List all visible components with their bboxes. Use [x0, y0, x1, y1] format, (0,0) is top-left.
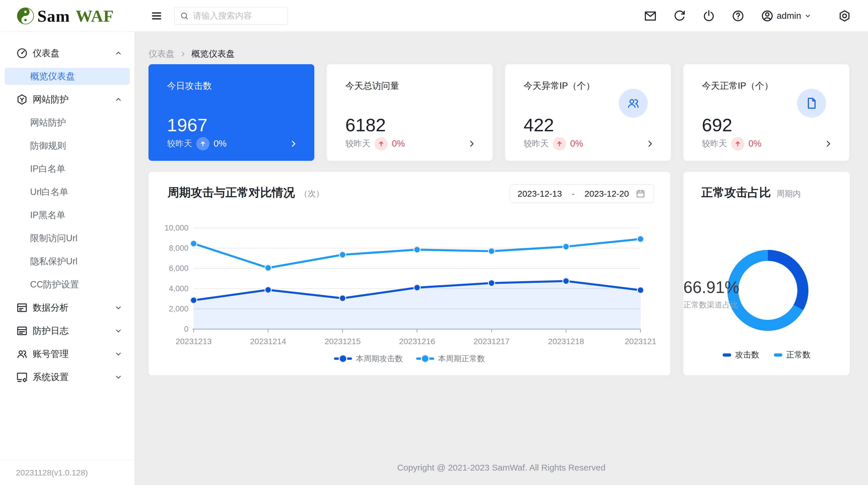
sidebar-item-label: 概览仪表盘 — [30, 70, 75, 83]
log-icon — [16, 325, 28, 337]
legend-item-本周期攻击数[interactable]: 本周期攻击数 — [334, 353, 403, 364]
sidebar-item-label: IP白名单 — [30, 163, 65, 175]
mail-icon[interactable] — [644, 9, 657, 23]
chevron-right-icon — [179, 50, 187, 58]
compare-label: 较昨天 — [524, 138, 549, 150]
users-icon — [626, 96, 640, 110]
version-text: 20231128(v1.0.128) — [0, 460, 134, 485]
donut-legend-label: 攻击数 — [735, 349, 760, 360]
stat-card[interactable]: 今日攻击数1967较昨天0% — [149, 64, 314, 161]
system-icon — [16, 371, 28, 383]
sidebar-group-数据分析[interactable]: 数据分析 — [0, 296, 134, 319]
stat-icon-bubble — [619, 89, 648, 118]
donut-legend: 攻击数正常数 — [683, 349, 850, 360]
stat-cards-row: 今日攻击数1967较昨天0%今天总访问量6182较昨天0%今天异常IP（个）42… — [149, 64, 849, 161]
ratio-card: 正常攻击占比 周期内 66.91% 正常数渠道占比 攻击数正常数 — [683, 172, 850, 376]
search-placeholder: 请输入搜索内容 — [193, 10, 252, 22]
stat-card[interactable]: 今天总访问量6182较昨天0% — [327, 64, 493, 161]
sidebar-item-防御规则[interactable]: 防御规则 — [0, 134, 134, 157]
yinyang-logo-icon — [17, 7, 34, 25]
legend-item-本周期正常数[interactable]: 本周期正常数 — [416, 353, 485, 364]
delta-value: 0% — [748, 138, 762, 149]
shield-icon — [16, 93, 28, 105]
stat-card-footer: 较昨天0% — [702, 137, 833, 151]
donut-center-label: 正常数渠道占比 — [683, 300, 852, 310]
trend-chart-card: 周期攻击与正常对比情况 （次） 2023-12-13 - 2023-12-20 … — [149, 172, 670, 376]
compare-label: 较昨天 — [345, 138, 370, 150]
chevron-down-icon — [114, 303, 123, 312]
copyright-text: Copyright @ 2021-2023 SamWaf. All Rights… — [134, 463, 868, 473]
sidebar-item-网站防护[interactable]: 网站防护 — [0, 111, 134, 134]
sidebar-group-防护日志[interactable]: 防护日志 — [0, 319, 134, 343]
sidebar-item-IP白名单[interactable]: IP白名单 — [0, 157, 134, 181]
refresh-icon[interactable] — [673, 9, 686, 23]
chevron-right-icon[interactable] — [645, 139, 655, 149]
stat-card-footer: 较昨天0% — [345, 137, 476, 151]
stat-card-value: 1967 — [167, 115, 296, 135]
stat-card-footer: 较昨天0% — [167, 137, 298, 151]
sidebar-item-隐私保护Url[interactable]: 隐私保护Url — [0, 250, 134, 273]
breadcrumb-current: 概览仪表盘 — [191, 48, 235, 60]
breadcrumb-parent[interactable]: 仪表盘 — [149, 48, 175, 60]
sidebar-group-系统设置[interactable]: 系统设置 — [0, 365, 134, 389]
sidebar-group-账号管理[interactable]: 账号管理 — [0, 343, 134, 365]
sidebar-group-label: 数据分析 — [33, 302, 114, 314]
logo-text-sam: Sam — [37, 6, 70, 26]
sidebar-group-网站防护[interactable]: 网站防护 — [0, 88, 134, 111]
search-input[interactable]: 请输入搜索内容 — [174, 7, 288, 25]
trend-up-badge — [374, 137, 388, 151]
svg-text:6,000: 6,000 — [169, 264, 188, 273]
sidebar: 仪表盘概览仪表盘网站防护网站防护防御规则IP白名单Url白名单IP黑名单限制访问… — [0, 32, 134, 485]
legend-marker — [416, 355, 434, 362]
search-icon — [180, 11, 189, 21]
svg-text:4,000: 4,000 — [169, 284, 188, 293]
chevron-up-icon — [114, 49, 123, 58]
sidebar-item-label: Url白名单 — [30, 186, 69, 198]
stat-card-title: 今天总访问量 — [345, 80, 474, 92]
sidebar-item-label: 网站防护 — [30, 117, 66, 129]
donut-legend-swatch — [774, 353, 782, 357]
main-content: 仪表盘 概览仪表盘 今日攻击数1967较昨天0%今天总访问量6182较昨天0%今… — [134, 32, 868, 485]
app-logo: Sam WAF — [17, 0, 114, 32]
chevron-down-icon — [114, 373, 123, 382]
report-icon — [16, 302, 28, 314]
chevron-down-icon — [804, 12, 812, 20]
stat-card-footer: 较昨天0% — [524, 137, 655, 151]
compare-label: 较昨天 — [167, 138, 192, 150]
logo-text-waf: WAF — [76, 6, 114, 26]
chevron-down-icon — [114, 326, 123, 335]
stat-card[interactable]: 今天正常IP（个）692较昨天0% — [683, 64, 849, 161]
sidebar-item-Url白名单[interactable]: Url白名单 — [0, 181, 134, 204]
sidebar-item-概览仪表盘[interactable]: 概览仪表盘 — [5, 68, 130, 85]
sidebar-item-label: 限制访问Url — [30, 232, 78, 245]
user-menu[interactable]: admin — [761, 9, 812, 23]
sidebar-group-label: 防护日志 — [33, 325, 114, 337]
legend-marker — [334, 355, 352, 362]
chevron-right-icon[interactable] — [289, 139, 298, 149]
donut-legend-item-正常数[interactable]: 正常数 — [774, 349, 811, 360]
arrow-up-icon — [556, 140, 563, 148]
sidebar-item-CC防护设置[interactable]: CC防护设置 — [0, 273, 134, 296]
legend-label: 本周期正常数 — [438, 353, 485, 364]
chevron-right-icon[interactable] — [467, 139, 476, 149]
stat-icon-bubble — [797, 89, 826, 118]
help-icon[interactable] — [732, 9, 745, 23]
sidebar-group-仪表盘[interactable]: 仪表盘 — [0, 42, 134, 65]
svg-text:10,000: 10,000 — [164, 224, 188, 232]
sidebar-item-限制访问Url[interactable]: 限制访问Url — [0, 227, 134, 250]
line-chart: 02,0004,0006,0008,00010,0002023121320231… — [149, 172, 670, 376]
trend-up-badge — [553, 137, 566, 151]
stat-card[interactable]: 今天异常IP（个）422较昨天0% — [505, 64, 671, 161]
sidebar-group-label: 网站防护 — [33, 93, 114, 105]
svg-text:20231214: 20231214 — [250, 337, 286, 346]
app-header: Sam WAF 请输入搜索内容 admin — [0, 0, 868, 32]
chevron-right-icon[interactable] — [824, 139, 833, 149]
power-icon[interactable] — [702, 9, 715, 23]
sidebar-item-label: IP黑名单 — [30, 209, 65, 221]
menu-icon[interactable] — [150, 9, 163, 22]
gear-icon[interactable] — [838, 9, 851, 23]
delta-value: 0% — [214, 138, 227, 149]
gauge-icon — [16, 47, 28, 59]
donut-legend-item-攻击数[interactable]: 攻击数 — [723, 349, 760, 360]
sidebar-item-IP黑名单[interactable]: IP黑名单 — [0, 204, 134, 227]
